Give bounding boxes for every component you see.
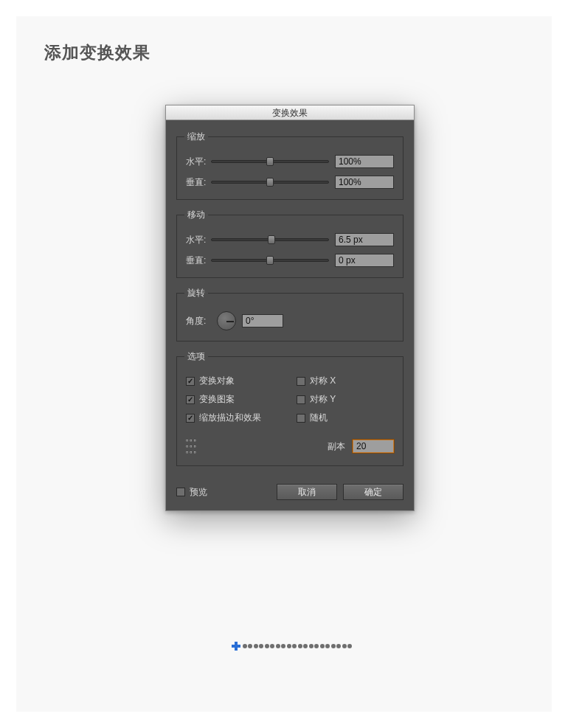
result-dot — [309, 644, 314, 648]
rotate-legend: 旋转 — [184, 287, 208, 299]
checkbox-icon — [186, 377, 195, 386]
scale-horizontal-label: 水平: — [186, 156, 211, 168]
checkbox-icon — [297, 414, 305, 423]
result-dot — [281, 644, 285, 648]
checkbox-label: 对称 Y — [310, 393, 336, 406]
scale-horizontal-input[interactable]: 100% — [335, 155, 394, 168]
move-vertical-input[interactable]: 0 px — [335, 254, 394, 267]
result-dot — [331, 644, 336, 648]
scale-vertical-slider[interactable] — [211, 177, 329, 187]
result-dot — [347, 644, 352, 648]
transform-patterns-checkbox[interactable]: 变换图案 — [186, 393, 283, 406]
rotate-angle-label: 角度: — [186, 315, 211, 327]
result-dot — [336, 644, 341, 648]
result-dot — [314, 644, 319, 648]
result-dot — [287, 644, 291, 648]
checkbox-icon — [297, 377, 305, 386]
checkbox-label: 随机 — [310, 412, 328, 424]
result-preview — [232, 642, 352, 651]
checkbox-icon — [297, 395, 305, 404]
move-vertical-label: 垂直: — [186, 254, 211, 267]
slider-thumb[interactable] — [266, 256, 274, 265]
result-dot — [270, 644, 274, 648]
result-dot — [259, 644, 263, 648]
slider-thumb[interactable] — [266, 157, 274, 166]
result-dot — [265, 644, 269, 648]
checkbox-label: 缩放描边和效果 — [199, 412, 261, 424]
ok-button[interactable]: 确定 — [343, 484, 404, 500]
result-dot — [276, 644, 280, 648]
result-dot — [303, 644, 308, 648]
checkbox-icon — [176, 488, 185, 496]
result-dot — [298, 644, 302, 648]
slider-thumb[interactable] — [268, 235, 275, 244]
result-dot — [320, 644, 325, 648]
move-horizontal-input[interactable]: 6.5 px — [335, 233, 394, 246]
scale-horizontal-slider[interactable] — [211, 156, 329, 167]
options-legend: 选项 — [184, 350, 208, 363]
transform-effect-dialog: 变换效果 缩放 水平: 100% 垂直: — [165, 105, 415, 511]
move-horizontal-slider[interactable] — [211, 235, 329, 245]
page-title: 添加变换效果 — [44, 41, 150, 64]
random-checkbox[interactable]: 随机 — [297, 412, 394, 424]
checkbox-icon — [186, 414, 195, 423]
scale-vertical-input[interactable]: 100% — [335, 176, 394, 189]
result-dot — [254, 644, 258, 648]
result-dot — [292, 644, 297, 648]
move-horizontal-label: 水平: — [186, 234, 211, 246]
dialog-title: 变换效果 — [166, 105, 414, 120]
scale-strokes-checkbox[interactable]: 缩放描边和效果 — [186, 412, 283, 424]
reflect-x-checkbox[interactable]: 对称 X — [297, 375, 394, 387]
checkbox-label: 对称 X — [310, 375, 336, 387]
result-dot — [243, 644, 247, 648]
plus-icon — [232, 642, 240, 651]
rotate-group: 旋转 角度: 0° — [176, 287, 404, 342]
rotate-dial[interactable] — [217, 311, 236, 330]
options-group: 选项 变换对象 对称 X 变换图案 — [176, 350, 404, 466]
rotate-angle-input[interactable]: 0° — [242, 314, 283, 327]
checkbox-icon — [186, 395, 195, 404]
cancel-button[interactable]: 取消 — [277, 484, 337, 500]
move-group: 移动 水平: 6.5 px 垂直: 0 px — [176, 209, 404, 278]
move-legend: 移动 — [184, 209, 208, 221]
scale-group: 缩放 水平: 100% 垂直: 100% — [176, 131, 404, 200]
preview-checkbox[interactable]: 预览 — [176, 486, 207, 499]
scale-vertical-label: 垂直: — [186, 176, 211, 189]
checkbox-label: 预览 — [190, 486, 207, 499]
move-vertical-slider[interactable] — [211, 255, 329, 266]
result-dot — [342, 644, 347, 648]
reflect-y-checkbox[interactable]: 对称 Y — [297, 393, 394, 406]
copies-input[interactable]: 20 — [353, 440, 394, 453]
checkbox-label: 变换图案 — [199, 393, 235, 406]
scale-legend: 缩放 — [184, 131, 208, 143]
transform-objects-checkbox[interactable]: 变换对象 — [186, 375, 283, 387]
checkbox-label: 变换对象 — [199, 375, 235, 387]
copies-label: 副本 — [328, 440, 345, 453]
result-dot — [325, 644, 330, 648]
result-dot — [248, 644, 252, 648]
slider-thumb[interactable] — [266, 178, 274, 187]
reference-point-icon[interactable]: ▫▫▫▫▫▫▫▫▫ — [186, 437, 198, 455]
